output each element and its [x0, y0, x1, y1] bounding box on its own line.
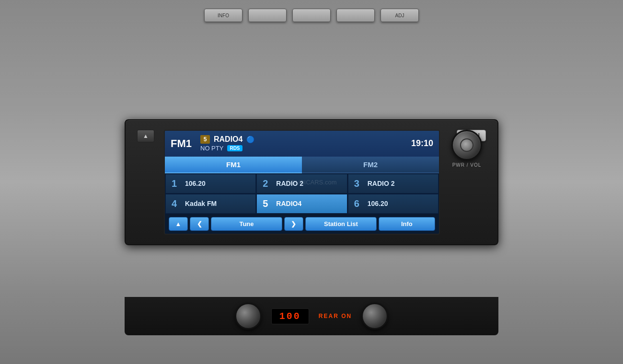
station-cell-6[interactable]: 6 106.20	[348, 194, 438, 214]
station-num-4: 4	[172, 198, 181, 209]
info-button[interactable]: Info	[379, 217, 435, 231]
station-cell-4[interactable]: 4 Kadak FM	[165, 194, 256, 214]
top-button-row: INFO ADJ	[144, 9, 479, 22]
station-detail-1: 106.20	[185, 180, 206, 187]
time-display: 19:10	[411, 138, 433, 148]
pwr-vol-knob[interactable]	[451, 130, 482, 160]
station-detail-6: 106.20	[368, 200, 388, 207]
bottom-panel: 100 REAR ON	[125, 297, 498, 335]
station-name-display: RADIO4	[214, 135, 242, 144]
radio-screen: FM1 5 RADIO4 🔵 NO PTY RDS	[164, 130, 440, 235]
station-detail-2: RADIO 2	[276, 180, 303, 187]
next-tune-button[interactable]: ❯	[284, 217, 303, 231]
station-cell-5[interactable]: 5 RADIO4	[256, 194, 347, 214]
prev-tune-button[interactable]: ❮	[190, 217, 209, 231]
adj-top-button[interactable]: ADJ	[381, 9, 419, 22]
bottom-controls: ▲ ❮ Tune ❯ Station List Info	[165, 214, 439, 234]
bottom-display: 100	[271, 308, 309, 324]
rear-on-badge: REAR ON	[319, 313, 352, 319]
head-unit: MENU ▲ FM1 5 RADIO4 🔵	[125, 119, 498, 245]
top-btn-3[interactable]	[292, 9, 331, 22]
station-cell-1[interactable]: 1 106.20	[165, 174, 256, 193]
pwr-vol-knob-container: PWR / VOL	[451, 130, 482, 168]
status-bar: FM1 5 RADIO4 🔵 NO PTY RDS	[165, 131, 439, 157]
station-detail-4: Kadak FM	[185, 200, 217, 207]
left-controls: ▲	[137, 130, 156, 235]
station-num-5: 5	[263, 198, 272, 209]
station-info: 5 RADIO4 🔵 NO PTY RDS	[200, 135, 406, 152]
bottom-left-knob[interactable]	[235, 303, 262, 330]
station-num-2: 2	[263, 178, 272, 189]
rds-badge: RDS	[227, 145, 242, 151]
top-btn-4[interactable]	[336, 9, 375, 22]
station-detail-3: RADIO 2	[368, 180, 395, 187]
car-panel: INFO ADJ MENU ▲ FM1 5	[0, 0, 623, 364]
station-list-button[interactable]: Station List	[305, 217, 377, 231]
station-cell-3[interactable]: 3 RADIO 2	[348, 174, 438, 193]
station-num-6: 6	[354, 198, 364, 209]
station-num-1: 1	[172, 178, 181, 189]
up-arrow-button[interactable]: ▲	[169, 217, 188, 231]
station-grid: 1 106.20 2 RADIO 2 3 RADIO 2 4	[165, 173, 439, 214]
info-top-button[interactable]: INFO	[204, 9, 242, 22]
tab-fm1[interactable]: FM1	[165, 157, 302, 173]
eject-button[interactable]: ▲	[137, 130, 154, 142]
station-cell-2[interactable]: 2 RADIO 2	[256, 174, 347, 193]
station-num-badge: 5	[200, 135, 210, 144]
station-detail-5: RADIO4	[276, 200, 301, 207]
pty-label: NO PTY	[200, 145, 223, 152]
right-controls: PWR / VOL	[448, 130, 486, 235]
bottom-right-knob[interactable]	[361, 303, 388, 330]
pwr-vol-label: PWR / VOL	[452, 162, 482, 168]
station-num-3: 3	[354, 178, 364, 189]
bluetooth-icon: 🔵	[246, 136, 254, 143]
fm-label: FM1	[171, 137, 192, 150]
top-btn-2[interactable]	[248, 9, 287, 22]
tab-bar: FM1 FM2	[165, 157, 439, 173]
tune-button[interactable]: Tune	[211, 217, 282, 231]
tab-fm2[interactable]: FM2	[302, 157, 439, 173]
